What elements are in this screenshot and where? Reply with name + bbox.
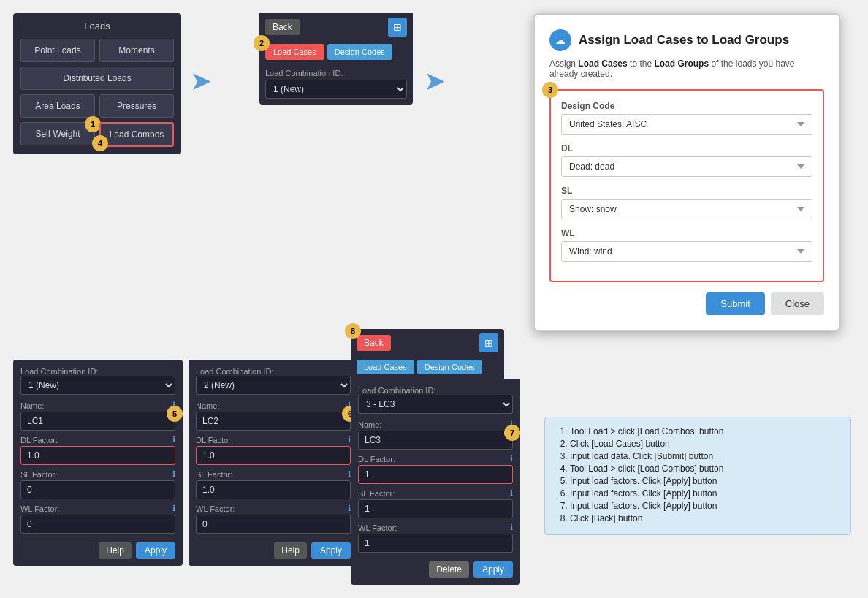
design-code-label: Design Code bbox=[561, 101, 812, 111]
modal-inner: 3 Design Code United States: AISC DL Dea… bbox=[549, 89, 824, 282]
load-cases-tab[interactable]: Load Cases bbox=[265, 44, 324, 60]
logo-icon: ☁ bbox=[555, 34, 566, 46]
bp1-footer: Help Apply bbox=[20, 542, 175, 559]
bp1-name-input[interactable] bbox=[20, 412, 175, 431]
instruction-1: Tool Load > click [Load Combos] button bbox=[570, 426, 839, 436]
bp1-name-label: Name: bbox=[20, 401, 44, 410]
bp2-combo-label: Load Combination ID: bbox=[196, 367, 351, 376]
bp2-wl-header: WL Factor: ℹ bbox=[196, 504, 351, 513]
bp2-dl-header: DL Factor: ℹ bbox=[196, 435, 351, 444]
bp3-footer: Delete Apply bbox=[358, 561, 513, 578]
bp3-sl-label: SL Factor: bbox=[358, 489, 395, 498]
instructions-list: Tool Load > click [Load Combos] button C… bbox=[557, 426, 839, 523]
bp1-combo-select[interactable]: 1 (New) bbox=[20, 376, 175, 395]
submit-button[interactable]: Submit bbox=[706, 292, 764, 315]
bp1-sl-input[interactable] bbox=[20, 480, 175, 499]
bp2-sl-label: SL Factor: bbox=[196, 470, 232, 479]
bottom-panel-3-wrapper: 8 Back ⊞ Load Cases Design Codes Load Co… bbox=[351, 329, 504, 585]
back-button-top[interactable]: Back bbox=[265, 19, 300, 35]
bp2-footer: Help Apply bbox=[196, 542, 351, 559]
bp2-wl-input[interactable] bbox=[196, 515, 351, 534]
bp1-apply-button[interactable]: Apply bbox=[136, 542, 175, 559]
bp3-name-label: Name: bbox=[358, 420, 381, 429]
moments-button[interactable]: Moments bbox=[99, 39, 174, 62]
bp2-help-button[interactable]: Help bbox=[274, 542, 307, 559]
bp2-dl-input[interactable] bbox=[196, 446, 351, 465]
bp2-sl-header: SL Factor: ℹ bbox=[196, 469, 351, 479]
dl-label: DL bbox=[561, 143, 812, 154]
instruction-4: Tool Load > click [Load Combos] button bbox=[570, 463, 839, 474]
bp1-dl-input[interactable] bbox=[20, 446, 175, 465]
instructions-box: Tool Load > click [Load Combos] button C… bbox=[544, 417, 851, 535]
bp2-name-label: Name: bbox=[196, 401, 219, 410]
wl-label: WL bbox=[561, 228, 812, 238]
bp1-wl-header: WL Factor: ℹ bbox=[20, 504, 175, 513]
bp3-load-cases-tab[interactable]: Load Cases bbox=[357, 360, 414, 374]
bp3-back-button[interactable]: Back bbox=[357, 335, 391, 351]
bp2-sl-input[interactable] bbox=[196, 480, 351, 499]
bottom-panel-3: Load Combination ID: 3 - LC3 Name: ℹ 7 D… bbox=[351, 379, 520, 585]
bp2-combo-select[interactable]: 2 (New) bbox=[196, 376, 351, 395]
bp1-help-button[interactable]: Help bbox=[99, 542, 132, 559]
bp3-grid-icon-button[interactable]: ⊞ bbox=[479, 333, 498, 352]
bp3-dl-label: DL Factor: bbox=[358, 455, 395, 463]
step3-badge: 3 bbox=[542, 82, 558, 98]
modal-desc-bold2: Load Groups bbox=[654, 58, 709, 69]
design-code-select[interactable]: United States: AISC bbox=[561, 114, 812, 135]
bp3-sl-info-icon: ℹ bbox=[510, 488, 513, 498]
bp3-topbar: 8 Back ⊞ bbox=[351, 329, 504, 357]
combo-id-label: Load Combination ID: bbox=[265, 69, 407, 77]
bp3-design-codes-tab[interactable]: Design Codes bbox=[417, 360, 482, 374]
lc-topbar: Back ⊞ bbox=[259, 13, 413, 41]
lc-body: Load Combination ID: 1 (New) bbox=[259, 63, 413, 105]
sl-select[interactable]: Snow: snow bbox=[561, 199, 812, 219]
modal-header: ☁ Assign Load Cases to Load Groups bbox=[549, 29, 824, 51]
design-codes-tab[interactable]: Design Codes bbox=[327, 44, 392, 60]
close-button[interactable]: Close bbox=[771, 292, 824, 315]
bp3-wl-input[interactable] bbox=[358, 534, 513, 553]
bp3-wl-info-icon: ℹ bbox=[510, 523, 513, 532]
bp3-tabs: Load Cases Design Codes bbox=[351, 357, 504, 379]
bp3-dl-header: DL Factor: ℹ bbox=[358, 454, 513, 463]
bp1-sl-label: SL Factor: bbox=[20, 470, 57, 479]
distributed-loads-button[interactable]: Distributed Loads bbox=[20, 67, 174, 90]
modal-desc-part2: to the bbox=[628, 58, 655, 69]
step5-badge: 5 bbox=[167, 406, 183, 422]
combo-id-select[interactable]: 1 (New) bbox=[265, 80, 407, 99]
bp3-combo-select[interactable]: 3 - LC3 bbox=[358, 395, 513, 414]
arrow1: ➤ bbox=[190, 66, 212, 96]
modal-desc-part1: Assign bbox=[549, 58, 578, 69]
bp2-apply-button[interactable]: Apply bbox=[311, 542, 351, 559]
instruction-7: Input load factors. Click [Apply] button bbox=[570, 501, 839, 511]
bp3-dl-input[interactable] bbox=[358, 465, 513, 484]
bp3-sl-input[interactable] bbox=[358, 499, 513, 518]
load-combos-button[interactable]: Load Combos bbox=[99, 122, 174, 147]
bp2-name-input[interactable] bbox=[196, 412, 351, 431]
loads-grid: Point Loads Moments Distributed Loads Ar… bbox=[20, 39, 174, 147]
bp1-wl-info-icon: ℹ bbox=[172, 504, 175, 513]
step4-badge: 4 bbox=[92, 135, 108, 151]
grid-icon-button[interactable]: ⊞ bbox=[388, 18, 407, 37]
instruction-3: Input load data. Click [Submit] button bbox=[570, 451, 839, 461]
lc-tabs: 2 Load Cases Design Codes bbox=[259, 41, 413, 63]
bp1-combo-label: Load Combination ID: bbox=[20, 367, 175, 376]
step7-badge: 7 bbox=[504, 425, 520, 441]
bp1-dl-label: DL Factor: bbox=[20, 436, 58, 444]
bp3-name-input[interactable] bbox=[358, 431, 513, 450]
dl-select[interactable]: Dead: dead bbox=[561, 156, 812, 177]
bp2-name-header: Name: ℹ bbox=[196, 401, 351, 410]
bp3-wl-label: WL Factor: bbox=[358, 523, 397, 532]
bp3-delete-button[interactable]: Delete bbox=[429, 561, 469, 578]
instruction-6: Input load factors. Click [Apply] button bbox=[570, 488, 839, 499]
self-weight-button[interactable]: Self Weight bbox=[20, 122, 95, 145]
loads-panel-title: Loads bbox=[20, 20, 174, 31]
wl-select[interactable]: Wind: wind bbox=[561, 241, 812, 262]
area-loads-button[interactable]: Area Loads bbox=[20, 94, 95, 118]
pressures-button[interactable]: Pressures bbox=[99, 94, 174, 118]
lc-top-panel: Back ⊞ 2 Load Cases Design Codes Load Co… bbox=[259, 13, 413, 105]
bp3-apply-button[interactable]: Apply bbox=[473, 561, 513, 578]
arrow2: ➤ bbox=[424, 66, 446, 96]
bp1-wl-input[interactable] bbox=[20, 515, 175, 534]
step8-badge: 8 bbox=[345, 323, 361, 339]
point-loads-button[interactable]: Point Loads bbox=[20, 39, 95, 62]
